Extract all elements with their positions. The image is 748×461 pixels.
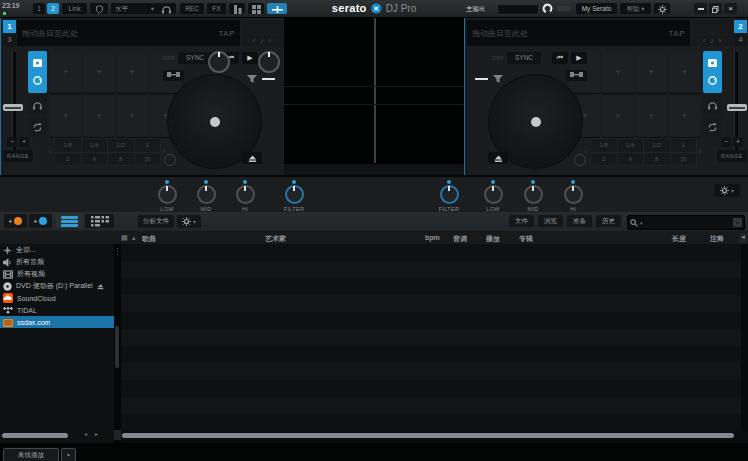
rec-button[interactable]: REC xyxy=(180,3,204,14)
beatjump-forward-button[interactable]: › xyxy=(269,37,271,44)
sync-button[interactable]: SYNC xyxy=(507,52,541,64)
deck-gain-knob[interactable] xyxy=(258,51,280,73)
clear-search-icon[interactable]: × xyxy=(733,218,742,227)
deck-count-2-button[interactable]: 1 xyxy=(33,3,45,14)
session-options-button[interactable]: • xyxy=(61,448,76,461)
restore-button[interactable] xyxy=(709,3,722,14)
column-song[interactable]: 歌曲 xyxy=(142,234,156,244)
column-comment[interactable]: 注释 xyxy=(710,234,724,244)
filter-cue-funnel-button[interactable] xyxy=(246,70,258,88)
loop-bigger-button[interactable]: › xyxy=(160,138,168,165)
library-settings-dropdown[interactable]: ▾ xyxy=(177,215,201,228)
loop-size-button[interactable]: 16 xyxy=(670,152,698,167)
files-panel-button[interactable]: 文件 xyxy=(509,215,534,227)
help-dropdown[interactable]: 帮助 ▾ xyxy=(620,3,651,14)
sidebar-item-crate-selected[interactable]: ssdax.com xyxy=(0,316,114,328)
loop-size-button[interactable]: 1/8 xyxy=(590,138,618,153)
prepare-panel-button[interactable]: 准备 xyxy=(567,215,592,227)
play-button[interactable]: ▶ xyxy=(242,52,258,64)
loop-size-button[interactable]: 1/2 xyxy=(107,138,135,153)
pad-mode-cue-monitor-button[interactable] xyxy=(28,95,47,115)
add-crate-button[interactable]: + xyxy=(4,214,27,228)
play-button[interactable]: ▶ xyxy=(571,52,587,64)
sidebar-item-all-video[interactable]: 所有视频 xyxy=(0,268,114,280)
hot-cue-pad[interactable]: + xyxy=(669,51,700,94)
eq-knob-hi-right[interactable]: HI xyxy=(562,180,584,212)
sidebar-item-all[interactable]: 全部... xyxy=(0,244,114,256)
track-list-hscroll-thumb[interactable] xyxy=(122,433,734,438)
loop-in-out-button[interactable] xyxy=(566,70,587,81)
extended-controls-toggle[interactable] xyxy=(267,3,287,14)
tap-tempo-button[interactable]: TAP xyxy=(219,29,235,38)
offline-session-button[interactable]: 离线播放 xyxy=(3,448,59,461)
beatjump-back-button[interactable]: ‹ xyxy=(253,37,255,44)
link-button[interactable]: Link xyxy=(62,3,87,14)
sync-button[interactable]: SYNC xyxy=(178,52,212,64)
track-title-area[interactable]: 拖动曲目至此处 TAP xyxy=(467,20,690,46)
browse-panel-button[interactable]: 浏览 xyxy=(538,215,563,227)
track-list[interactable] xyxy=(121,244,741,431)
cue-to-start-button[interactable]: ⏮ xyxy=(552,52,568,64)
column-album[interactable]: 专辑 xyxy=(519,234,533,244)
eq-knob-low-right[interactable]: LOW xyxy=(482,180,504,212)
deck-number-inactive[interactable]: 4 xyxy=(734,34,747,47)
column-play[interactable]: 播放 xyxy=(486,234,500,244)
scroll-left-icon[interactable]: ◂ xyxy=(84,430,87,437)
close-button[interactable]: × xyxy=(724,3,737,14)
sidebar-hscroll-thumb[interactable] xyxy=(2,433,68,438)
loop-smaller-button[interactable]: ‹ xyxy=(582,138,590,165)
filter-knob-right[interactable]: FILTER xyxy=(438,180,460,212)
hot-cue-pad[interactable]: + xyxy=(117,96,148,139)
library-vscroll-thumb[interactable] xyxy=(115,326,119,368)
history-panel-button[interactable]: 历史 xyxy=(596,215,621,227)
pad-mode-loop-button[interactable] xyxy=(28,117,47,137)
track-list-vscroll-track[interactable] xyxy=(741,244,748,431)
hot-cue-pad[interactable]: + xyxy=(83,51,114,94)
deck-number-active[interactable]: 1 xyxy=(3,20,16,33)
loop-in-out-button[interactable] xyxy=(163,70,184,81)
loop-size-button[interactable]: 1/2 xyxy=(643,138,671,153)
fx-button[interactable]: FX xyxy=(207,3,226,14)
hot-cue-pad[interactable]: + xyxy=(602,96,633,139)
hot-cue-pad[interactable]: + xyxy=(50,96,81,139)
loop-size-button[interactable]: 4 xyxy=(617,152,645,167)
hot-cue-pad[interactable]: + xyxy=(636,51,667,94)
minimize-button[interactable] xyxy=(694,3,707,14)
pad-mode-hotcue-button[interactable] xyxy=(703,51,722,93)
loop-size-button[interactable]: 8 xyxy=(643,152,671,167)
loop-size-button[interactable]: 16 xyxy=(134,152,162,167)
eject-button[interactable] xyxy=(488,152,508,164)
scroll-right-icon[interactable]: ▸ xyxy=(95,430,98,437)
filter-cue-funnel-button[interactable] xyxy=(492,70,504,88)
deck-number-inactive[interactable]: 3 xyxy=(3,34,16,47)
hot-cue-pad[interactable]: + xyxy=(83,96,114,139)
display-mode-select[interactable]: 水平▾ xyxy=(111,3,157,14)
hot-cue-pad[interactable]: + xyxy=(602,51,633,94)
sidebar-item-dvd-drive[interactable]: DVD 驱动器 (D:) Parallel xyxy=(0,280,114,292)
range-plus-button[interactable]: + xyxy=(733,137,743,147)
sampler-grid-button[interactable] xyxy=(248,3,264,14)
tempo-slider-handle[interactable] xyxy=(727,104,747,111)
deck-number-active[interactable]: 2 xyxy=(734,20,747,33)
range-minus-button[interactable]: − xyxy=(7,137,17,147)
loop-size-button[interactable]: 1/4 xyxy=(81,138,109,153)
column-bpm[interactable]: bpm xyxy=(425,234,440,241)
loop-size-button[interactable]: 4 xyxy=(81,152,109,167)
track-title-area[interactable]: 拖动曲目至此处 TAP xyxy=(17,20,240,46)
loop-size-button[interactable]: 1/4 xyxy=(617,138,645,153)
view-horizontal-button[interactable] xyxy=(56,214,83,228)
sort-icon[interactable]: ▴ xyxy=(132,234,136,242)
eq-knob-mid-left[interactable]: MID xyxy=(195,180,217,212)
deck-count-4-button[interactable]: 2 xyxy=(47,3,59,14)
hot-cue-pad[interactable]: + xyxy=(669,96,700,139)
eject-icon[interactable] xyxy=(97,283,104,290)
analyze-files-button[interactable]: 分析文件 xyxy=(138,215,174,228)
tap-tempo-button[interactable]: TAP xyxy=(669,29,685,38)
hot-cue-pad[interactable]: + xyxy=(636,96,667,139)
range-minus-button[interactable]: − xyxy=(721,137,731,147)
dvs-shield-button[interactable] xyxy=(90,3,108,14)
column-artist[interactable]: 艺术家 xyxy=(265,234,286,244)
range-button[interactable]: RANGE xyxy=(3,150,33,162)
loop-size-button[interactable]: 1 xyxy=(670,138,698,153)
column-key[interactable]: 音调 xyxy=(453,234,467,244)
